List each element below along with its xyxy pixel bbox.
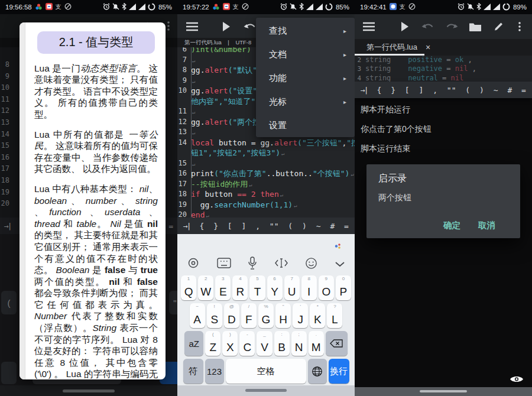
key-P[interactable]: 0P [336,275,351,300]
symbol-key[interactable]: , [433,86,437,95]
tab-key-icon[interactable]: →| [183,222,190,231]
symbol-key[interactable]: ~ [494,86,498,95]
key-D[interactable]: @D [224,303,239,328]
key-C[interactable]: -C [239,331,255,356]
backspace-key[interactable] [326,331,348,356]
key-F[interactable]: /F [241,303,257,328]
symbol-key[interactable]: } [391,86,395,95]
key-S[interactable]: !S [207,303,222,328]
key-R[interactable]: 4R [232,275,248,300]
symbol-key[interactable]: ( [288,222,293,231]
symbol-key[interactable]: "" [270,222,279,231]
symbol-key[interactable]: ] [419,86,424,95]
shift-key[interactable]: aZ [184,331,203,356]
code-line[interactable]: 15↵ [177,158,355,169]
dimmed-code-editor[interactable]: 2string positive = ok ,3string negative … [355,56,532,83]
doc-scrollbar[interactable] [20,22,25,379]
key-K[interactable]: *K [310,303,325,328]
cursor-mover-icon[interactable] [274,258,288,271]
undo-icon[interactable] [421,22,434,31]
key-O[interactable]: 9O [319,275,334,300]
code-line[interactable]: 16print("你点击了第"..button.."个按钮")↵ [177,168,355,179]
symbol-key[interactable]: ~ [316,222,321,231]
symbol-key[interactable]: , [255,222,260,231]
key-T[interactable]: 5T [249,275,265,300]
code-line[interactable]: 17--按钮id的作用↵ [177,179,355,190]
pencil-icon[interactable] [494,22,504,32]
tab-filename[interactable]: 第一行代码.lua [366,42,417,53]
code-line[interactable]: 2string positive = ok , [355,56,532,64]
numbers-key[interactable]: 123 [205,359,224,384]
symbol-key[interactable]: # [507,86,512,95]
symbol-key[interactable]: = [521,86,526,95]
hamburger-menu-icon[interactable] [186,22,199,31]
symbols-key[interactable]: 符 [183,359,203,384]
code-line[interactable]: 钮1","按钮2","按钮3")↵ [177,148,355,158]
key-N[interactable]: ;N [291,331,307,356]
symbol-key[interactable]: [ [405,86,410,95]
key-A[interactable]: ~A [190,303,205,328]
hamburger-menu-icon[interactable] [362,22,375,31]
menu-item-cursor[interactable]: 光标▸ [256,90,355,113]
symbol-key[interactable]: { [200,222,205,231]
symbol-key[interactable]: "" [447,86,456,95]
symbol-key[interactable]: = [344,222,349,231]
symbol-key[interactable]: ] [242,222,246,231]
code-line[interactable]: 3string negative = nil , [355,64,532,73]
home-indicator[interactable] [245,389,287,392]
ok-button[interactable]: 确定 [443,220,460,231]
doc-content[interactable]: 2.1 - 值与类型 Lua 是一门动态类型语言。 这意味着变量没有类型； 只有… [25,22,166,379]
key-H[interactable]: "H [275,303,291,328]
tab-key-icon[interactable]: →| [361,86,368,95]
menu-item-docs[interactable]: 文档▸ [256,43,355,66]
doc-overlay[interactable]: 2.1 - 值与类型 Lua 是一门动态类型语言。 这意味着变量没有类型； 只有… [20,22,166,379]
key-L[interactable]: ?L [327,303,342,328]
kebab-menu-icon[interactable] [518,22,521,31]
symbol-key[interactable]: } [213,222,218,231]
key-Y[interactable]: 6Y [267,275,283,300]
eye-visibility-icon[interactable] [510,375,524,386]
menu-item-functions[interactable]: 功能▸ [256,66,355,90]
tab-close-icon[interactable]: × [426,43,430,52]
symbol-key[interactable]: ) [479,86,484,95]
key-Q[interactable]: 1Q [181,275,196,300]
symbol-key[interactable]: # [330,222,335,231]
home-indicator[interactable] [420,390,467,392]
enter-key[interactable]: 换行 [329,359,349,384]
key-G[interactable]: %G [258,303,274,328]
run-script-icon[interactable] [222,22,230,31]
mic-icon[interactable] [248,257,257,272]
symbol-key[interactable]: { [377,86,382,95]
code-line[interactable]: 18if button == 2 then↵ [177,189,355,200]
code-line[interactable]: 14local button = gg.alert("三个按钮","按 [177,138,355,148]
undo-icon[interactable] [244,22,257,31]
key-M[interactable]: .M [309,331,324,356]
symbol-key[interactable]: ( [465,86,470,95]
symbol-key[interactable]: [ [228,222,232,231]
redo-icon[interactable] [445,22,458,31]
emoji-icon[interactable] [305,257,317,272]
key-B[interactable]: :B [274,331,290,356]
key-X[interactable]: )X [222,331,238,356]
code-line[interactable]: 20end↵ [177,210,355,218]
menu-item-settings[interactable]: 设置 [256,113,355,137]
code-line[interactable]: 19 gg.searchNumber(1,1)↵ [177,200,355,210]
collapse-keyboard-icon[interactable] [335,259,345,270]
folder-icon[interactable] [469,22,482,32]
console-output[interactable]: 脚本开始运行你点击了第0个按钮脚本运行结束 [355,98,532,387]
key-U[interactable]: 7U [284,275,300,300]
cancel-button[interactable]: 取消 [478,220,495,231]
key-E[interactable]: 3E [215,275,231,300]
key-V[interactable]: _V [257,331,272,356]
menu-item-find[interactable]: 查找▸ [256,19,355,43]
ime-settings-icon[interactable] [187,257,200,272]
key-Z[interactable]: (Z [205,331,220,356]
space-key[interactable]: 空格 [226,359,306,384]
key-J[interactable]: 'J [293,303,308,328]
run-script-icon[interactable] [401,22,408,31]
symbol-key[interactable]: ) [302,222,307,231]
keyboard-layout-icon[interactable] [217,258,231,271]
key-I[interactable]: 8I [301,275,317,300]
key-W[interactable]: 2W [198,275,213,300]
globe-key[interactable] [308,359,327,384]
